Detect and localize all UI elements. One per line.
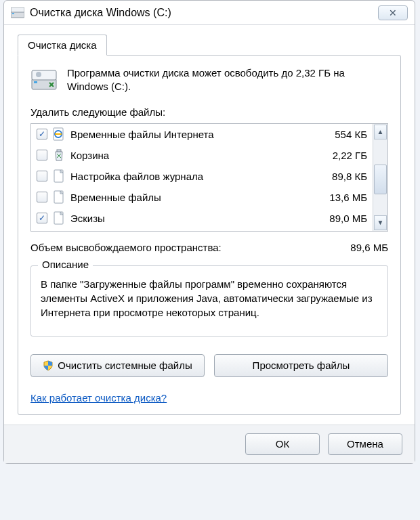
svg-rect-6 bbox=[34, 81, 37, 83]
freed-space-row: Объем высвобождаемого пространства: 89,6… bbox=[30, 242, 388, 253]
scroll-thumb[interactable] bbox=[374, 165, 387, 194]
list-item-label: Настройка файлов журнала bbox=[70, 171, 309, 182]
list-item-label: Корзина bbox=[70, 150, 309, 161]
svg-rect-9 bbox=[57, 150, 61, 152]
scroll-down-button[interactable]: ▼ bbox=[374, 215, 387, 230]
intro-text: Программа очистки диска может освободить… bbox=[67, 66, 388, 94]
file-list-rows: ✓ Временные файлы Интернета 554 КБ bbox=[31, 124, 373, 231]
checkbox[interactable] bbox=[37, 192, 47, 202]
list-item-size: 554 КБ bbox=[314, 129, 367, 140]
help-link[interactable]: Как работает очистка диска? bbox=[30, 392, 167, 404]
dialog-window: Очистка диска Windows (C:) ✕ Очистка дис… bbox=[3, 0, 415, 464]
checkbox[interactable]: ✓ bbox=[37, 129, 47, 139]
view-files-button[interactable]: Просмотреть файлы bbox=[214, 354, 388, 377]
file-list: ✓ Временные файлы Интернета 554 КБ bbox=[30, 123, 388, 232]
clean-system-files-label: Очистить системные файлы bbox=[58, 360, 192, 371]
tab-cleanup[interactable]: Очистка диска bbox=[18, 35, 107, 56]
scrollbar[interactable]: ▲ ▼ bbox=[373, 124, 387, 231]
delete-files-label: Удалить следующие файлы: bbox=[30, 106, 388, 118]
ok-button[interactable]: ОК bbox=[245, 433, 320, 455]
list-item[interactable]: Настройка файлов журнала 89,8 КБ bbox=[31, 166, 373, 187]
svg-rect-2 bbox=[12, 13, 14, 14]
list-item-size: 13,6 МБ bbox=[314, 192, 367, 203]
list-item[interactable]: ✓ Эскизы 89,0 МБ bbox=[31, 208, 373, 229]
list-item-label: Временные файлы Интернета bbox=[70, 129, 309, 140]
file-icon bbox=[53, 211, 65, 225]
window-title: Очистка диска Windows (C:) bbox=[30, 7, 378, 19]
list-item[interactable]: Корзина 2,22 ГБ bbox=[31, 145, 373, 166]
ie-file-icon bbox=[53, 127, 65, 141]
description-text: В папке "Загруженные файлы программ" вре… bbox=[41, 277, 378, 320]
tab-panel: Программа очистки диска может освободить… bbox=[18, 55, 401, 415]
titlebar[interactable]: Очистка диска Windows (C:) ✕ bbox=[4, 1, 415, 25]
list-item-label: Эскизы bbox=[70, 213, 309, 224]
svg-point-5 bbox=[36, 72, 41, 77]
svg-rect-1 bbox=[11, 7, 24, 12]
description-group: Описание В папке "Загруженные файлы прог… bbox=[30, 265, 388, 337]
action-buttons: Очистить системные файлы Просмотреть фай… bbox=[30, 354, 388, 377]
disk-cleanup-large-icon bbox=[30, 66, 58, 93]
file-icon bbox=[53, 169, 65, 183]
view-files-label: Просмотреть файлы bbox=[253, 360, 350, 371]
list-item[interactable]: ✓ Временные файлы Интернета 554 КБ bbox=[31, 124, 373, 145]
scroll-track[interactable] bbox=[373, 140, 387, 215]
intro-block: Программа очистки диска может освободить… bbox=[30, 66, 388, 94]
content-area: Очистка диска Программа очистки диска мо… bbox=[4, 25, 415, 425]
list-item-size: 89,8 КБ bbox=[314, 171, 367, 182]
uac-shield-icon bbox=[43, 360, 54, 371]
svg-rect-4 bbox=[32, 70, 56, 80]
checkbox[interactable] bbox=[37, 150, 47, 160]
freed-space-value: 89,6 МБ bbox=[350, 242, 388, 253]
checkbox[interactable]: ✓ bbox=[37, 213, 47, 223]
list-item-label: Временные файлы bbox=[70, 192, 309, 203]
description-legend: Описание bbox=[38, 259, 93, 270]
tabstrip: Очистка диска bbox=[18, 35, 401, 56]
cancel-button[interactable]: Отмена bbox=[328, 433, 402, 455]
close-button[interactable]: ✕ bbox=[378, 5, 408, 20]
checkbox[interactable] bbox=[37, 171, 47, 181]
freed-space-label: Объем высвобождаемого пространства: bbox=[30, 242, 350, 253]
recycle-bin-icon bbox=[53, 148, 65, 162]
dialog-bottom-bar: ОК Отмена bbox=[4, 425, 415, 463]
list-item-size: 89,0 МБ bbox=[314, 213, 367, 224]
file-icon bbox=[53, 190, 65, 204]
clean-system-files-button[interactable]: Очистить системные файлы bbox=[30, 354, 205, 377]
disk-cleanup-icon bbox=[11, 7, 24, 18]
list-item[interactable]: Временные файлы 13,6 МБ bbox=[31, 187, 373, 208]
scroll-up-button[interactable]: ▲ bbox=[374, 125, 387, 139]
list-item-size: 2,22 ГБ bbox=[314, 150, 367, 161]
